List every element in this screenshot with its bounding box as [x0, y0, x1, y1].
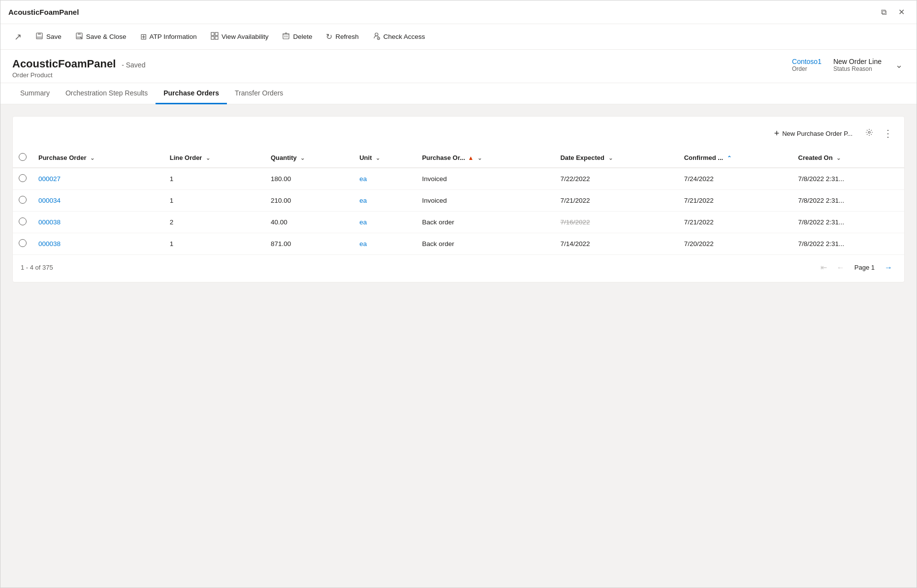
purchase-status-cell: Invoiced [416, 190, 554, 212]
svg-rect-7 [211, 32, 214, 35]
status-reason-value: New Order Line [833, 58, 882, 65]
order-label: Order [792, 65, 807, 72]
page-controls: ⇤ ← Page 1 → [817, 261, 896, 274]
close-button[interactable]: ✕ [894, 5, 909, 19]
view-avail-button[interactable]: View Availability [205, 29, 275, 45]
col-quantity[interactable]: Quantity ⌄ [265, 148, 353, 168]
tab-purchase-orders[interactable]: Purchase Orders [156, 83, 227, 104]
more-options-button[interactable]: ⋮ [880, 124, 896, 142]
settings-icon [865, 128, 873, 136]
created-on-cell: 7/8/2022 2:31... [792, 233, 905, 255]
purchase-order-cell[interactable]: 000038 [32, 233, 164, 255]
header-chevron-button[interactable]: ⌄ [893, 58, 905, 72]
view-avail-label: View Availability [221, 33, 269, 40]
col-unit[interactable]: Unit ⌄ [353, 148, 416, 168]
row-checkbox [19, 196, 27, 204]
save-button[interactable]: Save [30, 29, 67, 45]
tab-orchestration[interactable]: Orchestration Step Results [58, 83, 156, 104]
col-line-order[interactable]: Line Order ⌄ [164, 148, 265, 168]
created-on-cell: 7/8/2022 2:31... [792, 168, 905, 190]
line-order-cell: 2 [164, 212, 265, 233]
col-date-expected[interactable]: Date Expected ⌄ [554, 148, 678, 168]
created-on-cell: 7/8/2022 2:31... [792, 212, 905, 233]
order-value[interactable]: Contoso1 [792, 58, 822, 65]
refresh-label: Refresh [335, 33, 358, 40]
col-confirmed[interactable]: Confirmed ... ⌃ [678, 148, 792, 168]
svg-rect-8 [215, 32, 218, 35]
row-checkbox-cell[interactable] [13, 212, 32, 233]
select-all-header[interactable] [13, 148, 32, 168]
first-page-button[interactable]: ⇤ [817, 261, 831, 274]
prev-page-button[interactable]: ← [833, 261, 849, 274]
table-row: 0000381871.00eaBack order7/14/20227/20/2… [13, 233, 904, 255]
col-purchase-order[interactable]: Purchase Order ⌄ [32, 148, 164, 168]
open-external-button[interactable]: ↗ [8, 29, 28, 45]
row-checkbox-cell[interactable] [13, 190, 32, 212]
col-created-on[interactable]: Created On ⌄ [792, 148, 905, 168]
record-title: AcousticFoamPanel [12, 58, 116, 70]
delete-icon [282, 32, 290, 42]
date-expected-sort-icon: ⌄ [608, 155, 613, 161]
line-order-cell: 1 [164, 190, 265, 212]
date-expected-cell: 7/21/2022 [554, 190, 678, 212]
row-checkbox-cell[interactable] [13, 168, 32, 190]
table-toolbar: + New Purchase Order P... ⋮ [13, 124, 904, 148]
window-controls: ⧉ ✕ [877, 5, 909, 19]
new-purchase-label: New Purchase Order P... [782, 130, 853, 137]
quantity-sort-icon: ⌄ [300, 155, 305, 161]
save-label: Save [46, 33, 62, 40]
save-close-button[interactable]: Save & Close [69, 29, 132, 45]
table-body: 0000271180.00eaInvoiced7/22/20227/24/202… [13, 168, 904, 255]
open-external-icon: ↗ [14, 31, 22, 42]
atp-info-button[interactable]: ⊞ ATP Information [134, 29, 203, 44]
purchase-order-cell[interactable]: 000027 [32, 168, 164, 190]
unit-cell: ea [353, 233, 416, 255]
record-header: AcousticFoamPanel - Saved Order Product … [0, 50, 917, 83]
view-avail-icon [211, 32, 219, 42]
row-checkbox [19, 239, 27, 247]
restore-button[interactable]: ⧉ [877, 5, 890, 19]
next-page-button[interactable]: → [881, 261, 896, 274]
purchase-status-sort-icon: ⌄ [477, 155, 482, 161]
quantity-cell: 40.00 [265, 212, 353, 233]
app-window: AcousticFoamPanel ⧉ ✕ ↗ Save [0, 0, 917, 588]
date-expected-cell: 7/14/2022 [554, 233, 678, 255]
tab-bar: Summary Orchestration Step Results Purch… [0, 83, 917, 104]
status-reason-label: Status Reason [833, 65, 872, 72]
save-close-icon [75, 32, 83, 42]
svg-point-16 [375, 33, 378, 36]
refresh-button[interactable]: ↻ Refresh [320, 29, 364, 44]
col-date-expected-label: Date Expected [560, 154, 604, 161]
tab-transfer-orders[interactable]: Transfer Orders [227, 83, 291, 104]
tab-summary[interactable]: Summary [12, 83, 58, 104]
new-purchase-order-button[interactable]: + New Purchase Order P... [768, 125, 858, 142]
status-reason-meta: New Order Line Status Reason [833, 58, 882, 72]
date-expected-cell: 7/16/2022 [554, 212, 678, 233]
col-confirmed-label: Confirmed ... [684, 154, 723, 161]
date-expected-cell: 7/22/2022 [554, 168, 678, 190]
table-card: + New Purchase Order P... ⋮ [12, 116, 905, 282]
line-order-cell: 1 [164, 168, 265, 190]
table-row: 0000341210.00eaInvoiced7/21/20227/21/202… [13, 190, 904, 212]
col-purchase-status[interactable]: Purchase Or... ▲ ⌄ [416, 148, 554, 168]
plus-icon: + [774, 128, 780, 139]
svg-rect-1 [38, 33, 41, 35]
purchase-order-cell[interactable]: 000038 [32, 212, 164, 233]
page-label: Page 1 [851, 264, 879, 271]
purchase-order-cell[interactable]: 000034 [32, 190, 164, 212]
settings-icon-button[interactable] [862, 125, 876, 141]
row-checkbox-cell[interactable] [13, 233, 32, 255]
svg-rect-11 [283, 34, 289, 39]
pagination-info: 1 - 4 of 375 [21, 264, 53, 271]
table-row: 0000271180.00eaInvoiced7/22/20227/24/202… [13, 168, 904, 190]
svg-rect-9 [211, 36, 214, 39]
check-access-button[interactable]: Check Access [367, 29, 431, 45]
svg-rect-4 [78, 33, 81, 35]
main-content: + New Purchase Order P... ⋮ [0, 104, 917, 588]
check-access-label: Check Access [383, 33, 425, 40]
delete-button[interactable]: Delete [276, 29, 318, 45]
line-order-sort-icon: ⌄ [206, 155, 210, 161]
svg-rect-10 [215, 36, 218, 39]
unit-cell: ea [353, 168, 416, 190]
row-checkbox [19, 217, 27, 225]
